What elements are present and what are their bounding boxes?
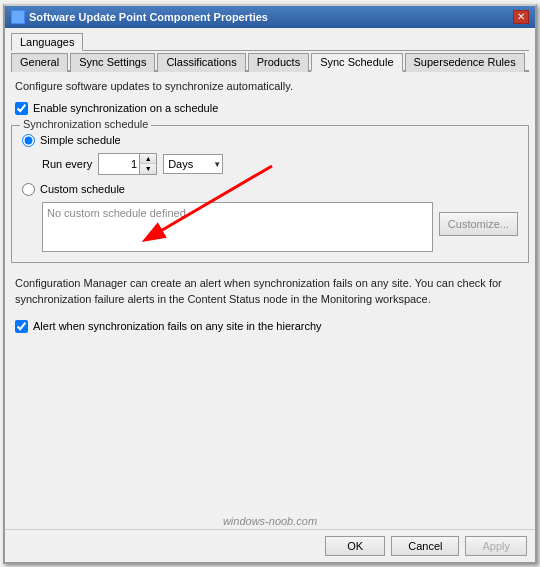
run-every-label: Run every (42, 158, 92, 170)
tab-general[interactable]: General (11, 53, 68, 72)
watermark: windows-noob.com (5, 513, 535, 529)
main-window: Software Update Point Component Properti… (3, 4, 537, 564)
window-icon (11, 10, 25, 24)
run-every-spinner: ▲ ▼ (98, 153, 157, 175)
title-bar-left: Software Update Point Component Properti… (11, 10, 268, 24)
tab-sync-schedule[interactable]: Sync Schedule (311, 53, 402, 72)
unit-dropdown[interactable]: Days Hours Weeks (163, 154, 223, 174)
spinner-down-button[interactable]: ▼ (140, 164, 156, 174)
simple-schedule-row: Simple schedule (22, 134, 518, 147)
tab-products[interactable]: Products (248, 53, 309, 72)
description-text: Configure software updates to synchroniz… (11, 78, 529, 94)
group-box-title: Synchronization schedule (20, 118, 151, 130)
ok-button[interactable]: OK (325, 536, 385, 556)
alert-checkbox-row: Alert when synchronization fails on any … (11, 320, 529, 333)
simple-schedule-radio[interactable] (22, 134, 35, 147)
close-button[interactable]: ✕ (513, 10, 529, 24)
simple-schedule-label: Simple schedule (40, 134, 121, 146)
unit-dropdown-wrapper: Days Hours Weeks ▼ (163, 154, 223, 174)
tab-strip-second: General Sync Settings Classifications Pr… (11, 51, 529, 72)
window-title: Software Update Point Component Properti… (29, 11, 268, 23)
run-every-input[interactable] (99, 154, 139, 174)
custom-schedule-label: Custom schedule (40, 183, 125, 195)
spinner-up-button[interactable]: ▲ (140, 154, 156, 164)
alert-info-text: Configuration Manager can create an aler… (11, 273, 529, 310)
bottom-bar: OK Cancel Apply (5, 529, 535, 562)
enable-sync-checkbox[interactable] (15, 102, 28, 115)
tab-strip-top: Languages (11, 32, 529, 51)
tab-supersedence-rules[interactable]: Supersedence Rules (405, 53, 525, 72)
custom-schedule-textbox: No custom schedule defined. (42, 202, 433, 252)
cancel-button[interactable]: Cancel (391, 536, 459, 556)
enable-sync-row: Enable synchronization on a schedule (11, 102, 529, 115)
run-every-row: Run every ▲ ▼ Days Hours Weeks ▼ (42, 153, 518, 175)
title-bar: Software Update Point Component Properti… (5, 6, 535, 28)
custom-schedule-radio[interactable] (22, 183, 35, 196)
customize-button[interactable]: Customize... (439, 212, 518, 236)
spinner-buttons: ▲ ▼ (139, 154, 156, 174)
tab-sync-settings[interactable]: Sync Settings (70, 53, 155, 72)
custom-schedule-row: Custom schedule (22, 183, 518, 196)
content-area: Languages General Sync Settings Classifi… (5, 28, 535, 513)
alert-checkbox[interactable] (15, 320, 28, 333)
custom-schedule-area: No custom schedule defined. Customize... (42, 202, 518, 252)
enable-sync-label: Enable synchronization on a schedule (33, 102, 218, 114)
alert-checkbox-label: Alert when synchronization fails on any … (33, 320, 322, 332)
apply-button[interactable]: Apply (465, 536, 527, 556)
tab-classifications[interactable]: Classifications (157, 53, 245, 72)
sync-schedule-group: Synchronization schedule Simple schedule… (11, 125, 529, 263)
tab-languages[interactable]: Languages (11, 33, 83, 51)
